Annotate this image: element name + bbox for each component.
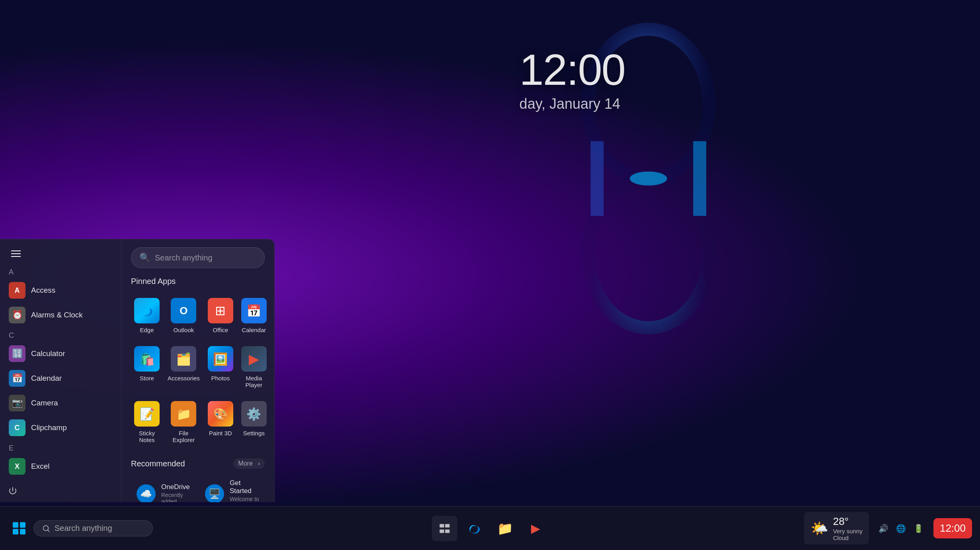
taskbar-mediaplayer-icon: ▶	[531, 521, 540, 535]
taskbar-search-text: Search anything	[55, 524, 112, 533]
weather-icon: 🌤️	[810, 520, 828, 537]
search-bar[interactable]: 🔍 Search anything	[131, 247, 265, 268]
taskbar-fileexplorer-icon: 📁	[497, 521, 513, 536]
weather-info: 28° Very sunny Cloud	[833, 515, 863, 541]
taskview-icon	[439, 523, 451, 534]
app-label-excel: Excel	[31, 462, 49, 471]
stickynotes-app-icon: 📝	[134, 401, 160, 427]
recommended-items-grid: ☁️ OneDrive Recently added 🖥️ Get Starte…	[131, 474, 265, 502]
app-label-access: Access	[31, 286, 55, 295]
app-item-clipchamp[interactable]: C Clipchamp	[3, 415, 118, 440]
pinned-app-stickynotes-label: Sticky Notes	[134, 430, 160, 443]
app-item-alarms[interactable]: ⏰ Alarms & Clock	[3, 303, 118, 327]
taskbar-edge-button[interactable]	[462, 516, 488, 541]
pinned-app-stickynotes[interactable]: 📝 Sticky Notes	[131, 395, 163, 449]
system-clock[interactable]: 12:00	[933, 518, 972, 538]
pinned-app-fileexplorer[interactable]: 📁 File Explorer	[164, 395, 203, 449]
pinned-app-outlook-label: Outlook	[174, 327, 194, 333]
onedrive-rec-text: OneDrive Recently added	[161, 483, 191, 502]
taskbar-edge-icon	[468, 522, 482, 535]
calculator-icon: 🔢	[9, 345, 25, 362]
getstarted-sub: Welcome to Windows	[230, 496, 259, 502]
pinned-app-edge-label: Edge	[140, 327, 154, 333]
pinned-app-store-label: Store	[140, 375, 154, 382]
app-item-camera[interactable]: 📷 Camera	[3, 391, 118, 415]
store-app-icon: 🛍️	[134, 346, 160, 372]
paint3d-app-icon: 🎨	[208, 401, 233, 427]
power-button[interactable]	[0, 480, 121, 502]
pinned-app-accessories[interactable]: 🗂️ Accessories	[164, 341, 203, 394]
svg-rect-8	[440, 529, 444, 533]
taskbar: Search anything 📁 ▶	[0, 506, 980, 550]
pinned-app-calendar-label: Calendar	[242, 327, 266, 333]
start-button[interactable]	[8, 517, 30, 540]
getstarted-rec-text: Get Started Welcome to Windows	[230, 479, 259, 502]
weather-temperature: 28°	[833, 515, 863, 528]
network-tray-icon[interactable]: 🌐	[894, 521, 909, 536]
pinned-app-calendar[interactable]: 📅 Calendar	[238, 292, 270, 339]
app-item-excel[interactable]: X Excel	[3, 454, 118, 479]
getstarted-name: Get Started	[230, 479, 259, 495]
taskbar-center-apps: 📁 ▶	[432, 516, 548, 541]
pinned-apps-grid: Edge Ο Outlook ⊞ Office 📅	[131, 292, 265, 449]
alpha-label-c: C	[3, 327, 118, 341]
app-item-access[interactable]: A Access	[3, 278, 118, 303]
pinned-app-office-label: Office	[213, 327, 228, 333]
outlook-app-icon: Ο	[171, 298, 196, 323]
pinned-app-edge[interactable]: Edge	[131, 292, 163, 339]
app-item-calendar[interactable]: 📅 Calendar	[3, 366, 118, 391]
desktop-date: day, January 14	[519, 96, 625, 112]
pinned-app-mediaplayer[interactable]: ▶ Media Player	[238, 341, 270, 394]
pinned-app-settings-label: Settings	[243, 430, 265, 436]
excel-icon: X	[9, 458, 25, 475]
pinned-app-office[interactable]: ⊞ Office	[205, 292, 236, 339]
pinned-app-outlook[interactable]: Ο Outlook	[164, 292, 203, 339]
accessories-app-icon: 🗂️	[171, 346, 196, 372]
svg-rect-6	[440, 524, 444, 527]
weather-description: Very sunny Cloud	[833, 528, 863, 541]
clipchamp-icon: C	[9, 419, 25, 436]
hamburger-menu-button[interactable]	[8, 247, 24, 260]
fileexplorer-app-icon: 📁	[171, 401, 196, 427]
apps-sidebar: A A Access ⏰ Alarms & Clock C 🔢 Calculat…	[0, 239, 121, 502]
recommended-section-title: Recommended	[131, 459, 185, 468]
pinned-app-photos[interactable]: 🖼️ Photos	[205, 341, 236, 394]
taskbar-fileexplorer-button[interactable]: 📁	[492, 516, 518, 541]
edge-app-icon	[134, 298, 160, 323]
all-apps-list: A A Access ⏰ Alarms & Clock C 🔢 Calculat…	[0, 264, 121, 480]
rec-item-onedrive[interactable]: ☁️ OneDrive Recently added	[131, 474, 196, 502]
app-label-alarms: Alarms & Clock	[31, 311, 83, 319]
alpha-label-a: A	[3, 264, 118, 278]
recommended-header: Recommended More ›	[131, 458, 265, 469]
onedrive-name: OneDrive	[161, 483, 191, 491]
taskbar-mediaplayer-button[interactable]: ▶	[523, 516, 548, 541]
onedrive-sub: Recently added	[161, 492, 191, 502]
pinned-app-accessories-label: Accessories	[168, 375, 200, 382]
battery-tray-icon[interactable]: 🔋	[911, 521, 926, 536]
taskbar-search-bar[interactable]: Search anything	[33, 520, 153, 536]
taskbar-search-icon	[42, 524, 51, 533]
taskbar-left-area: Search anything	[0, 517, 796, 540]
pinned-app-fileexplorer-label: File Explorer	[168, 430, 200, 443]
app-item-calculator[interactable]: 🔢 Calculator	[3, 341, 118, 366]
rec-item-getstarted[interactable]: 🖥️ Get Started Welcome to Windows	[199, 474, 265, 502]
recommended-more-button[interactable]: More ›	[233, 458, 265, 469]
weather-widget[interactable]: 🌤️ 28° Very sunny Cloud	[804, 512, 869, 544]
getstarted-rec-icon: 🖥️	[205, 484, 224, 502]
pinned-app-mediaplayer-label: Media Player	[241, 375, 267, 388]
pinned-app-settings[interactable]: ⚙️ Settings	[238, 395, 270, 449]
settings-app-icon: ⚙️	[241, 401, 267, 427]
calendar-app-icon: 📅	[241, 298, 267, 323]
taskview-button[interactable]	[432, 516, 457, 541]
mediaplayer-app-icon: ▶	[241, 346, 267, 372]
volume-tray-icon[interactable]: 🔊	[876, 521, 891, 536]
desktop-time: 12:00	[519, 48, 625, 92]
start-menu: A A Access ⏰ Alarms & Clock C 🔢 Calculat…	[0, 239, 275, 502]
pinned-app-store[interactable]: 🛍️ Store	[131, 341, 163, 394]
system-clock-time: 12:00	[940, 522, 966, 534]
svg-rect-9	[445, 529, 449, 533]
desktop-clock-display: 12:00 day, January 14	[519, 48, 625, 112]
pinned-app-paint3d[interactable]: 🎨 Paint 3D	[205, 395, 236, 449]
calendar-icon: 📅	[9, 370, 25, 387]
taskbar-right-area: 🌤️ 28° Very sunny Cloud 🔊 🌐 🔋 12:00	[796, 512, 980, 544]
